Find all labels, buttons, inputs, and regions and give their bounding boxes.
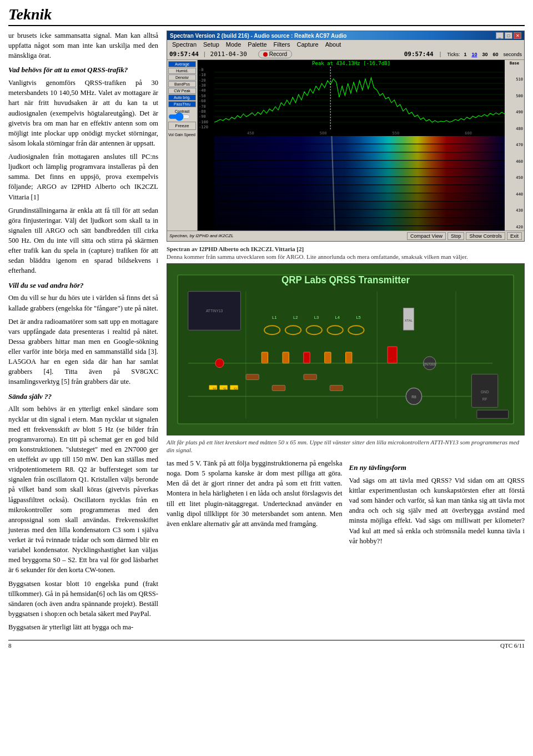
compact-view-button[interactable]: Compact View (407, 232, 446, 240)
svg-text:L2: L2 (293, 315, 298, 320)
hz-460: 460 (506, 159, 523, 164)
svg-rect-38 (346, 352, 352, 363)
svg-rect-34 (262, 352, 268, 363)
svg-rect-13 (214, 152, 505, 160)
base-label: Base (506, 61, 523, 66)
menu-setup[interactable]: Setup (200, 41, 223, 48)
show-controls-button[interactable]: Show Controls (466, 232, 505, 240)
freeze-button[interactable]: Freeze (168, 122, 196, 130)
menu-spectran[interactable]: Spectran (169, 41, 200, 48)
footer-issue: QTC 6/11 (500, 642, 525, 649)
titlebar-controls: _ □ ✕ (496, 32, 521, 39)
tick-30: 30 (482, 52, 487, 57)
ctrl-humid[interactable]: Humid. (168, 68, 196, 74)
record-label: Record (269, 51, 287, 57)
ctrl-passthru[interactable]: PassThru (168, 101, 196, 107)
hz-440: 440 (506, 192, 523, 197)
minimize-button[interactable]: _ (496, 32, 504, 39)
svg-text:S1: S1 (223, 387, 227, 390)
db-50: -50 (199, 94, 213, 98)
stop-button[interactable]: Stop (447, 232, 465, 240)
menu-mode[interactable]: Mode (223, 41, 245, 48)
freq-500: 500 (287, 131, 360, 136)
heading-qrss: Vad behövs för att ta emot QRSS-trafik? (8, 65, 158, 76)
para-2: Vanligtvis genomförs QRSS-trafiken på 30… (8, 78, 158, 148)
controls-list: Average Humid. Denoisr BandPss CW Peak A… (168, 61, 196, 107)
ctrl-bandpss[interactable]: BandPss (168, 81, 196, 87)
menu-filters[interactable]: Filters (270, 41, 294, 48)
ticks-label: Ticks: (447, 52, 460, 57)
left-control-panel: Average Humid. Denoisr BandPss CW Peak A… (167, 60, 198, 231)
ctrl-cwpeak[interactable]: CW Peak (168, 88, 196, 94)
record-button[interactable]: Record (258, 50, 292, 58)
article-text-left: ur brusets icke sammansatta signal. Man … (8, 31, 158, 632)
ctrl-average[interactable]: Average (168, 61, 196, 67)
hz-scale: Base 510 500 490 480 470 460 450 440 430… (505, 60, 524, 231)
spectran-attribution: Spectran, by I2PHD and IK2CZL (169, 233, 404, 238)
pcb-svg: QRP Labs QRSS Transmitter ATTINY13 (167, 264, 524, 435)
svg-rect-19 (214, 202, 505, 209)
svg-rect-15 (214, 169, 505, 177)
svg-text:S0: S0 (213, 387, 216, 390)
svg-point-61 (215, 358, 224, 367)
page-container: Teknik ur brusets icke sammansatta signa… (0, 0, 533, 654)
freq-450: 450 (214, 131, 287, 136)
svg-text:L5: L5 (356, 315, 360, 320)
spectran-titlebar: Spectran Version 2 (build 216) - Audio s… (167, 31, 524, 40)
svg-text:L1: L1 (272, 315, 276, 320)
left-column: ur brusets icke sammansatta signal. Man … (8, 31, 158, 635)
freq-550: 550 (360, 131, 433, 136)
close-button[interactable]: ✕ (514, 32, 521, 39)
ctrl-denoisr[interactable]: Denoisr (168, 74, 196, 81)
svg-rect-36 (304, 352, 310, 363)
menu-about[interactable]: About (322, 41, 345, 48)
menu-capture[interactable]: Capture (294, 41, 322, 48)
menu-palette[interactable]: Palette (244, 41, 270, 48)
section-title: Teknik (8, 6, 525, 23)
footer-page-number: 8 (8, 642, 12, 649)
waterfall-svg (214, 136, 505, 231)
peak-info: Peak at 434.13Hz [-16.7dB] (198, 60, 505, 67)
new-form-para: Vad sägs om att tävla med QRSS? Vid sida… (349, 475, 525, 546)
spectran-toolbar: 09:57:44 | 2011-04-30 Record 09:57:44 | … (167, 49, 524, 60)
svg-rect-43 (330, 385, 343, 390)
page-footer: 8 QTC 6/11 (8, 640, 525, 649)
db-80: -80 (199, 109, 213, 114)
para-9: Byggsatsen är ytterligt lätt att bygga o… (8, 622, 158, 632)
svg-text:XTAL: XTAL (405, 319, 413, 322)
db-10: -10 (199, 73, 213, 77)
svg-rect-14 (214, 161, 505, 168)
svg-text:R8: R8 (411, 395, 416, 399)
svg-rect-35 (283, 352, 289, 363)
hz-480: 480 (506, 127, 523, 131)
exit-button[interactable]: Exit (507, 232, 522, 240)
para-6: Det är andra radioamatörer som satt upp … (8, 317, 158, 387)
db-0: -0 (199, 68, 213, 72)
para-3: Audiosignalen från mottagaren anslutes t… (8, 152, 158, 202)
spectran-main-area: Average Humid. Denoisr BandPss CW Peak A… (167, 60, 524, 231)
vol-label: Vol (168, 133, 174, 137)
spectran-bottom-buttons: Compact View Stop Show Controls Exit (407, 232, 522, 240)
speed-label: Speed (184, 133, 195, 137)
db-120: -120 (199, 125, 213, 129)
para-8: Byggsatsen kostar blott 10 engelska pund… (8, 579, 158, 619)
hz-420: 420 (506, 225, 523, 229)
tick-10[interactable]: 10 (471, 52, 477, 57)
db-100: -100 (199, 120, 213, 124)
hz-470: 470 (506, 143, 523, 147)
ctrl-autobrig[interactable]: Auto brig. (168, 94, 196, 101)
ticks-unit: seconds (503, 52, 522, 57)
svg-text:QRP Labs QRSS Transmitter: QRP Labs QRSS Transmitter (281, 274, 410, 285)
hz-450: 450 (506, 176, 523, 180)
time-right: 09:57:44 (404, 51, 434, 58)
hz-490: 490 (506, 110, 523, 114)
bottom-left-para: tas med 5 V. Tänk på att följa bygginstr… (167, 458, 343, 529)
svg-rect-37 (325, 352, 331, 363)
contrast-slider[interactable] (168, 114, 190, 119)
para-4: Grundinställningarna är enkla att få til… (8, 206, 158, 276)
page-header: Teknik (8, 6, 525, 26)
maximize-button[interactable]: □ (505, 32, 512, 39)
db-30: -30 (199, 83, 213, 88)
db-60: -60 (199, 99, 213, 103)
freq-labels-row: 450 500 550 600 (214, 131, 505, 136)
